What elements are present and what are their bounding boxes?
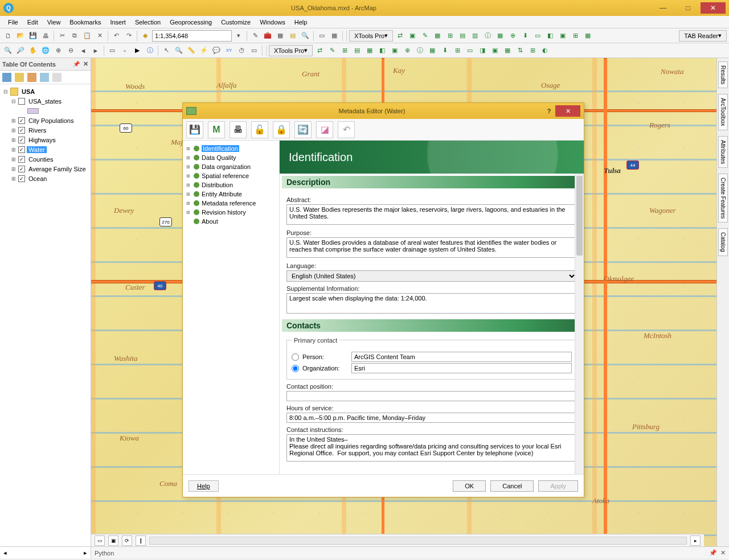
scale-input[interactable] (152, 30, 232, 42)
toc-bottom-scroll[interactable]: ◂▸ (0, 547, 91, 559)
xt2-icon[interactable]: ▦ (427, 45, 438, 56)
editor-toolbar-icon[interactable]: ✎ (249, 30, 261, 42)
xt2-icon[interactable]: ▦ (364, 45, 375, 56)
layer-label[interactable]: Average Family Size (27, 166, 88, 172)
xt2-icon[interactable]: ⇅ (514, 45, 526, 56)
xt-icon[interactable]: ▦ (432, 30, 443, 42)
language-select[interactable]: English (United States) (286, 270, 577, 282)
add-data-icon[interactable]: ◆ (140, 30, 151, 42)
metadata-tree[interactable]: ⊞Identification ⊞Data Quality ⊞Data orga… (183, 141, 280, 474)
options-icon[interactable] (52, 73, 62, 82)
refresh-icon[interactable]: ⟳ (122, 536, 132, 546)
find-icon[interactable]: 🔍 (173, 45, 185, 56)
apply-button[interactable]: Apply (538, 480, 578, 492)
layer-label[interactable]: Rivers (27, 127, 48, 134)
symbol-swatch[interactable] (27, 108, 39, 114)
layer-checkbox[interactable] (18, 127, 25, 134)
xt-icon[interactable]: ▦ (494, 30, 506, 42)
cut-icon[interactable]: ✂ (56, 30, 68, 42)
data-view-tab[interactable]: ▭ (95, 536, 105, 546)
minimize-button[interactable]: — (650, 2, 675, 14)
dialog-close-button[interactable]: ✕ (555, 105, 580, 117)
pin-icon[interactable]: 📌 (73, 61, 80, 67)
dock-tab-attributes[interactable]: Attributes (718, 136, 728, 168)
layer-checkbox[interactable] (18, 146, 25, 153)
xt2-icon[interactable]: ▣ (389, 45, 400, 56)
xt-icon[interactable]: ⇄ (394, 30, 406, 42)
catalog-icon[interactable]: ▤ (287, 30, 298, 42)
tree-node[interactable]: About (202, 218, 218, 225)
tree-node[interactable]: Distribution (202, 182, 233, 188)
help-button[interactable]: Help (189, 480, 219, 492)
dock-tab-create-features[interactable]: Create Features (718, 174, 728, 223)
measure-icon[interactable]: 📏 (186, 45, 197, 56)
layer-checkbox[interactable] (18, 117, 25, 124)
list-by-source-icon[interactable] (15, 73, 24, 82)
tree-node[interactable]: Data Quality (202, 154, 236, 161)
layer-label[interactable]: Water (27, 146, 47, 153)
xt-icon[interactable]: ▣ (557, 30, 568, 42)
toolbox-icon[interactable]: 🧰 (262, 30, 273, 42)
xt-icon[interactable]: ⓘ (482, 30, 493, 42)
layer-checkbox[interactable] (18, 166, 25, 172)
identify-icon[interactable]: ⓘ (144, 45, 155, 56)
tree-node[interactable]: Revision history (202, 209, 246, 216)
xt2-icon[interactable]: ▭ (464, 45, 476, 56)
xt2-icon[interactable]: ▤ (351, 45, 363, 56)
python-window-tab[interactable]: Python 📌 ✕ (91, 547, 729, 559)
contact-position-input[interactable] (286, 391, 577, 401)
cancel-button[interactable]: Cancel (490, 480, 534, 492)
list-by-visibility-icon[interactable] (27, 73, 36, 82)
horizontal-scrollbar[interactable] (149, 537, 687, 545)
tree-node[interactable]: Identification (202, 145, 239, 152)
dataframe-label[interactable]: USA (20, 88, 36, 95)
clear-selection-icon[interactable]: ▫ (119, 45, 130, 56)
menu-view[interactable]: View (43, 18, 65, 27)
tree-node[interactable]: Spatial reference (202, 172, 249, 179)
supplemental-input[interactable]: Largest scale when displaying the data: … (286, 293, 577, 314)
erase-icon[interactable]: ◪ (316, 121, 333, 138)
close-icon[interactable]: ✕ (720, 549, 726, 557)
xt2-icon[interactable]: ⓘ (414, 45, 425, 56)
menu-edit[interactable]: Edit (23, 18, 43, 27)
python-icon[interactable]: ▦ (275, 30, 286, 42)
menu-selection[interactable]: Selection (130, 18, 165, 27)
organization-radio[interactable] (292, 365, 299, 372)
organization-input[interactable] (351, 363, 572, 373)
menu-geoprocessing[interactable]: Geoprocessing (165, 18, 216, 27)
xt2-icon[interactable]: ▣ (489, 45, 501, 56)
layer-checkbox[interactable] (18, 175, 25, 182)
xt-icon[interactable]: ▥ (469, 30, 481, 42)
xt-icon[interactable]: ▤ (457, 30, 468, 42)
xt2-icon[interactable]: ▦ (502, 45, 513, 56)
refresh-icon[interactable]: 🔄 (294, 121, 312, 138)
paste-icon[interactable]: 📋 (81, 30, 93, 42)
next-extent-icon[interactable]: ► (90, 45, 101, 56)
table-icon[interactable]: ▦ (329, 30, 340, 42)
lock-closed-icon[interactable]: 🔒 (273, 121, 290, 138)
menu-bookmarks[interactable]: Bookmarks (65, 18, 105, 27)
menu-help[interactable]: Help (290, 18, 312, 27)
tree-node[interactable]: Metadata reference (202, 200, 256, 207)
toc-tree[interactable]: ⊟USA ⊟USA_states ⊞City Populations ⊞Rive… (0, 84, 91, 546)
list-by-selection-icon[interactable] (40, 73, 49, 82)
layer-label[interactable]: Highways (27, 137, 58, 143)
print-icon[interactable]: 🖶 (40, 30, 51, 42)
viewer-icon[interactable]: ▭ (248, 45, 260, 56)
xt2-icon[interactable]: ✎ (326, 45, 338, 56)
person-input[interactable] (351, 352, 572, 362)
menu-customize[interactable]: Customize (216, 18, 255, 27)
layer-label[interactable]: Counties (27, 156, 55, 163)
metadata-icon[interactable]: M (208, 121, 225, 138)
tree-node[interactable]: Entity Attribute (202, 191, 242, 197)
xt2-icon[interactable]: ⬇ (439, 45, 450, 56)
prev-extent-icon[interactable]: ◄ (77, 45, 89, 56)
print-icon[interactable]: 🖶 (230, 121, 247, 138)
help-icon[interactable]: ? (543, 108, 555, 114)
person-radio[interactable] (292, 353, 299, 361)
fixed-zoom-out-icon[interactable]: ⊖ (65, 45, 76, 56)
vertical-scrollbar[interactable] (575, 174, 584, 474)
lock-icon[interactable]: 🔓 (251, 121, 268, 138)
scroll-right-icon[interactable]: ▸ (690, 536, 701, 546)
xt2-icon[interactable]: ⊞ (452, 45, 463, 56)
